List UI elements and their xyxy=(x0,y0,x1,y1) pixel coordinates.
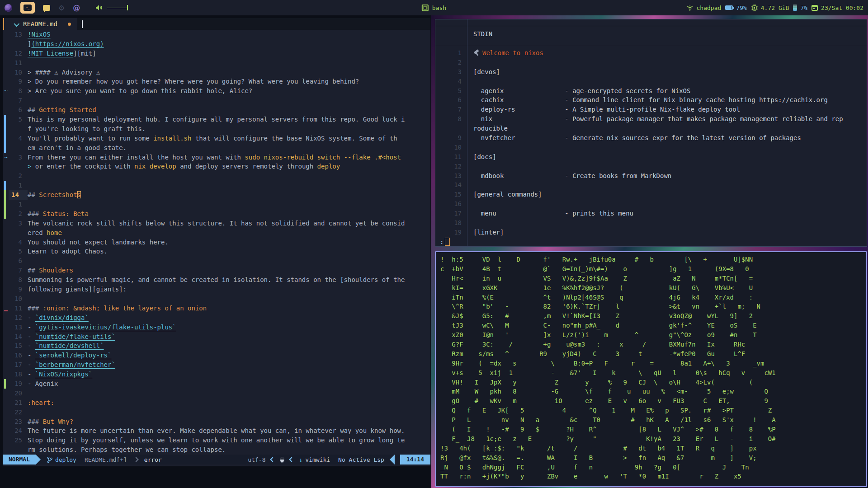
powerline-separator xyxy=(390,455,395,465)
editor-row[interactable]: 24The future is more uncertain than ever… xyxy=(3,426,430,436)
editor-row[interactable]: 2### Status: Beta xyxy=(3,209,430,219)
line-text: - Agenix xyxy=(28,379,58,389)
editor-row[interactable]: em aren't in a good state. xyxy=(3,143,430,153)
editor-row[interactable]: 9> Do you remember how you got here? Whe… xyxy=(3,77,430,86)
pager-row: 19[linter] xyxy=(435,228,867,237)
tab-readme[interactable]: README.md xyxy=(4,18,77,30)
editor-row[interactable]: f you're looking to graft this. xyxy=(3,124,430,134)
line-number: 9 xyxy=(9,77,28,86)
line-text: The volcanic rock still shifts below thi… xyxy=(28,219,405,228)
chat-icon[interactable] xyxy=(43,5,50,11)
editor-row[interactable]: ~3From there you can either install the … xyxy=(3,153,430,162)
gutter-sign xyxy=(3,426,9,436)
line-text: - `numtide/flake-utils` xyxy=(28,332,115,342)
line-number: 13 xyxy=(9,323,28,332)
at-icon[interactable]: @ xyxy=(73,4,80,12)
matrix-row: mM W pkh 8 -G \f f u uu % <m- 5 e;w Q xyxy=(440,387,776,396)
editor-row[interactable]: ~8> Are you sure you want to go down thi… xyxy=(3,86,430,96)
editor-row[interactable]: ▁11### :onion: &mdash; like the layers o… xyxy=(3,304,430,313)
editor-row[interactable]: 18- `NixOS/nixpkgs` xyxy=(3,370,430,379)
network-name: chadpad xyxy=(697,5,722,11)
chevron-left-icon xyxy=(289,457,294,462)
prompt-cursor xyxy=(445,238,450,246)
line-text: ## Screetshots xyxy=(28,190,81,200)
gutter-sign xyxy=(3,417,9,427)
editor-row[interactable]: 1 xyxy=(3,181,430,190)
line-number: 6 xyxy=(9,105,28,115)
pager-line-number: 11 xyxy=(435,152,473,162)
matrix-window[interactable]: ! h:5 VD l D f' Rw.+ jBifu0a # b [\ + U]… xyxy=(435,251,867,487)
editor-row[interactable]: 21:heart: xyxy=(3,398,430,408)
terminal-icon[interactable]: >_ xyxy=(20,2,35,14)
matrix-row: Rzm s/ms ^ R9 yjD4) C 3 t -*wfeP0 Gu L^F xyxy=(440,349,776,359)
editor-row[interactable]: 4You should not expect landmarks here. xyxy=(3,238,430,247)
pager-row: 17 menu - prints this menu xyxy=(435,209,867,218)
line-number: 9 xyxy=(9,285,28,294)
diagnostic-label: error xyxy=(144,456,162,463)
pager-window[interactable]: STDIN 1Welcome to nixos23[devos]45 ageni… xyxy=(435,19,867,247)
git-branch-name: deploy xyxy=(55,456,76,463)
editor-row[interactable]: 7## Shoulders xyxy=(3,266,430,275)
line-text: ](https://nixos.org) xyxy=(28,39,104,49)
editor-row[interactable]: 12- `divnix/digga` xyxy=(3,313,430,323)
editor-row[interactable]: 13- `gytis-ivaskevicius/flake-utils-plus… xyxy=(3,323,430,332)
editor-row[interactable]: 13!NixOS xyxy=(3,30,430,39)
volume-slider[interactable] xyxy=(107,5,129,11)
editor-row[interactable]: 5This is my personal deployment hub. I c… xyxy=(3,115,430,124)
editor-row[interactable]: 6 xyxy=(3,256,430,266)
editor-row[interactable]: 2 xyxy=(3,171,430,181)
editor-row[interactable]: 16- `serokell/deploy-rs` xyxy=(3,351,430,360)
editor-row[interactable]: > or enter the cockpit with nix develop … xyxy=(3,162,430,171)
editor-row[interactable]: 20 xyxy=(3,389,430,398)
line-number xyxy=(9,162,28,171)
cpu-percent: 7% xyxy=(800,5,807,11)
gutter-sign xyxy=(3,115,9,124)
editor-row[interactable]: 6## Getting Started xyxy=(3,105,430,115)
matrix-row: _N O_$ dhNggj FC ,U f n 9h ?g 0[ J Tn xyxy=(440,463,776,472)
editor-row[interactable]: 9following giants][giants]: xyxy=(3,285,430,294)
editor-row[interactable]: 14- `numtide/flake-utils` xyxy=(3,332,430,342)
gutter-sign xyxy=(3,162,9,171)
pager-line-number: 18 xyxy=(435,218,473,228)
pager-row: 15[general commands] xyxy=(435,190,867,199)
editor-row[interactable]: 22 xyxy=(3,408,430,417)
editor-row[interactable]: 14## Screetshots xyxy=(3,190,430,200)
editor-row[interactable]: 17- `berberman/nvfetcher` xyxy=(3,360,430,370)
editor-row[interactable]: ](https://nixos.org) xyxy=(3,39,430,49)
editor-row[interactable]: 23### But Why? xyxy=(3,417,430,427)
gutter-sign xyxy=(3,389,9,398)
editor-row[interactable]: 10> #### ⚠ Advisory ⚠ xyxy=(3,68,430,77)
editor-row[interactable]: 19- Agenix xyxy=(3,379,430,389)
line-text: Stop doing it by yourself, unless we lea… xyxy=(28,436,405,445)
line-text: > or enter the cockpit with nix develop … xyxy=(28,162,340,171)
firefox-icon[interactable] xyxy=(5,4,12,12)
editor-row[interactable]: 7 xyxy=(3,96,430,105)
matrix-row: tJ3 wC\ M C- no"mh_p#A_ d gk'f-^ YE oS E xyxy=(440,321,776,330)
editor-row[interactable]: 8Summoning is powerful magic, and cannot… xyxy=(3,275,430,285)
editor-row[interactable]: 11 xyxy=(3,58,430,68)
pager-prompt[interactable]: : xyxy=(440,237,450,246)
editor-text-area[interactable]: 13!NixOS](https://nixos.org)12!MIT Licen… xyxy=(3,30,430,455)
status-bar: >_ ⚙ @ bash xyxy=(0,0,868,15)
editor-row[interactable]: 4You'll probably want to run some instal… xyxy=(3,134,430,143)
volume-control[interactable] xyxy=(95,5,129,11)
editor-row[interactable]: 25Stop doing it by yourself, unless we l… xyxy=(3,436,430,445)
volume-slider-handle[interactable] xyxy=(127,5,128,10)
gutter-sign xyxy=(3,181,9,190)
gear-icon[interactable]: ⚙ xyxy=(58,4,65,12)
editor-row[interactable]: 12!MIT License][mit] xyxy=(3,49,430,58)
editor-window[interactable]: README.md 13!NixOS](https://nixos.org)12… xyxy=(3,18,430,466)
editor-row[interactable]: 15- `numtide/devshell` xyxy=(3,341,430,351)
editor-row[interactable]: 1 xyxy=(3,200,430,209)
gutter-sign xyxy=(3,313,9,323)
matrix-row: P L nv N a &c T0 # hK A /1l s6 S'x ! A xyxy=(440,415,776,425)
matrix-row: c +bV 4B t @` G=In(_)m\#=) o ]g 1 (9X=8 … xyxy=(440,264,776,274)
statusline-right: utf-8 ↓ vimwiki No Active Lsp 14:14 xyxy=(248,455,430,465)
pager-line-number: 14 xyxy=(435,180,473,190)
editor-row[interactable]: ered home xyxy=(3,228,430,238)
matrix-row: iTn %(E ^t )Nlp2[46S@S q 4jG k4 Xr/xd : xyxy=(440,293,776,302)
editor-row[interactable]: 3The volcanic rock still shifts below th… xyxy=(3,219,430,228)
editor-row[interactable]: 10 xyxy=(3,294,430,304)
editor-row[interactable]: 5Learn to adopt Chaos. xyxy=(3,247,430,256)
editor-row[interactable]: rm solutions. Perhaps together we can st… xyxy=(3,445,430,455)
